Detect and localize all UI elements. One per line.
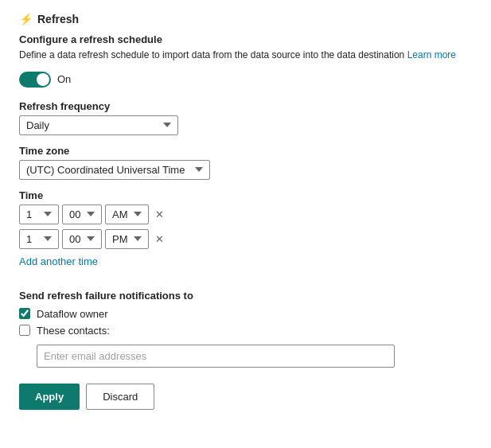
add-time-link[interactable]: Add another time	[19, 255, 98, 267]
time-row-1-ampm[interactable]: AMPM	[105, 205, 149, 224]
time-row-2: 1234 5678 9101112 00153045 AMPM ✕	[19, 229, 472, 249]
time-field: Time 1234 5678 9101112 00153045 AMPM ✕ 1…	[19, 189, 472, 280]
config-title: Configure a refresh schedule	[19, 33, 472, 45]
dataflow-owner-checkbox[interactable]	[19, 308, 30, 319]
frequency-label: Refresh frequency	[19, 100, 472, 112]
time-row-2-minute[interactable]: 00153045	[62, 229, 102, 249]
time-row-1-minute[interactable]: 00153045	[62, 205, 102, 224]
time-row-2-remove[interactable]: ✕	[152, 232, 167, 247]
time-row-2-hour[interactable]: 1234 5678 9101112	[19, 229, 59, 249]
refresh-icon: ⚡	[19, 13, 33, 25]
description: Define a data refresh schedule to import…	[19, 49, 472, 62]
button-row: Apply Discard	[19, 384, 472, 410]
refresh-toggle[interactable]	[19, 72, 51, 88]
contacts-row: These contacts:	[19, 325, 472, 337]
toggle-label: On	[57, 73, 71, 85]
toggle-row: On	[19, 72, 472, 88]
apply-button[interactable]: Apply	[19, 384, 80, 410]
email-input[interactable]	[37, 345, 395, 368]
notifications-label: Send refresh failure notifications to	[19, 290, 472, 302]
toggle-slider	[19, 72, 51, 88]
time-label: Time	[19, 189, 472, 201]
discard-button[interactable]: Discard	[86, 384, 154, 410]
time-rows: 1234 5678 9101112 00153045 AMPM ✕ 1234 5…	[19, 205, 472, 249]
time-row-1-remove[interactable]: ✕	[152, 207, 167, 222]
dataflow-owner-label[interactable]: Dataflow owner	[37, 308, 108, 320]
dataflow-owner-row: Dataflow owner	[19, 308, 472, 320]
timezone-select[interactable]: (UTC) Coordinated Universal Time (UTC-05…	[19, 160, 210, 180]
frequency-select[interactable]: Daily Weekly Monthly	[19, 115, 178, 135]
section-header: ⚡ Refresh	[19, 13, 472, 25]
timezone-label: Time zone	[19, 145, 472, 157]
contacts-label[interactable]: These contacts:	[37, 325, 110, 337]
notifications-field: Send refresh failure notifications to Da…	[19, 290, 472, 368]
contacts-checkbox[interactable]	[19, 325, 30, 336]
frequency-field: Refresh frequency Daily Weekly Monthly	[19, 100, 472, 135]
description-text: Define a data refresh schedule to import…	[19, 49, 404, 60]
time-row-1-hour[interactable]: 1234 5678 9101112	[19, 205, 59, 224]
section-title: Refresh	[37, 13, 79, 25]
learn-more-link[interactable]: Learn more	[407, 49, 456, 60]
timezone-field: Time zone (UTC) Coordinated Universal Ti…	[19, 145, 472, 180]
time-row-1: 1234 5678 9101112 00153045 AMPM ✕	[19, 205, 472, 224]
time-row-2-ampm[interactable]: AMPM	[105, 229, 149, 249]
